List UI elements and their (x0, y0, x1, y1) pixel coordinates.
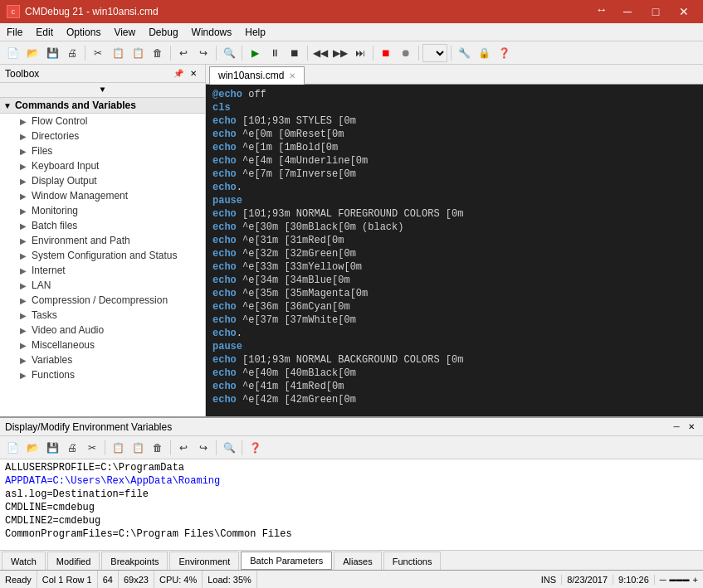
menu-view[interactable]: View (107, 25, 142, 40)
status-tabs: WatchModifiedBreakpointsEnvironmentBatch… (0, 550, 703, 570)
toolbox-pin-btn[interactable]: 📌 (172, 67, 185, 80)
tb-play[interactable]: ▶ (246, 44, 264, 62)
tb-extra1[interactable]: 🔧 (455, 44, 473, 62)
tb-print[interactable]: 🖨 (63, 44, 81, 62)
tb-sep-6 (373, 46, 373, 61)
toolbox-item-11[interactable]: ▶LAN (0, 278, 205, 293)
toolbox-item-3[interactable]: ▶Keyboard Input (0, 158, 205, 173)
toolbox-item-arrow-11: ▶ (20, 281, 27, 290)
status-tab-breakpoints[interactable]: Breakpoints (101, 552, 168, 570)
menu-options[interactable]: Options (60, 25, 107, 40)
menu-help[interactable]: Help (238, 25, 272, 40)
toolbox-item-16[interactable]: ▶Variables (0, 352, 205, 367)
status-bar: Ready Col 1 Row 1 64 69x23 CPU: 4% Load:… (0, 570, 703, 588)
resize-icon-top: ↔ (598, 3, 605, 20)
tb-record[interactable]: ⏺ (397, 44, 415, 62)
tb-stop[interactable]: ⏹ (286, 44, 304, 62)
bottom-pin-btn[interactable]: ─ (670, 420, 683, 434)
menu-bar: File Edit Options View Debug Windows Hel… (0, 23, 703, 41)
toolbox-item-arrow-10: ▶ (20, 266, 27, 275)
tb-sep-2 (170, 46, 171, 61)
status-tab-batch-parameters[interactable]: Batch Parameters (241, 552, 332, 570)
close-button[interactable]: ✕ (671, 3, 696, 20)
bottom-close-btn[interactable]: ✕ (685, 420, 698, 434)
btm-paste2[interactable]: 📋 (129, 439, 147, 457)
menu-file[interactable]: File (0, 25, 29, 40)
toolbox-close-btn[interactable]: ✕ (187, 67, 200, 80)
tb-step-back[interactable]: ◀◀ (311, 44, 330, 62)
tb-pause[interactable]: ⏸ (266, 44, 284, 62)
tb-find[interactable]: 🔍 (220, 44, 238, 62)
status-position: Col 1 Row 1 (37, 571, 98, 588)
btm-sep-1 (105, 440, 105, 455)
tb-delete[interactable]: 🗑 (149, 44, 167, 62)
toolbox-item-1[interactable]: ▶Directories (0, 129, 205, 143)
status-tab-watch[interactable]: Watch (2, 552, 46, 570)
toolbox-item-6[interactable]: ▶Monitoring (0, 203, 205, 218)
btm-redo[interactable]: ↪ (194, 439, 212, 457)
tb-redo[interactable]: ↪ (194, 44, 212, 62)
tb-select[interactable] (422, 44, 447, 62)
tb-open[interactable]: 📂 (23, 44, 41, 62)
btm-new[interactable]: 📄 (3, 439, 22, 457)
menu-windows[interactable]: Windows (185, 25, 239, 40)
toolbox-scroll-btn[interactable]: ▼ (0, 83, 205, 98)
tab-close-icon[interactable]: ✕ (289, 71, 295, 80)
status-tab-aliases[interactable]: Aliases (334, 552, 381, 570)
toolbox-item-5[interactable]: ▶Window Management (0, 188, 205, 203)
toolbox-item-10[interactable]: ▶Internet (0, 263, 205, 278)
tb-paste[interactable]: 📋 (129, 44, 147, 62)
status-zoom[interactable]: ─ ▬▬▬ + (655, 575, 703, 585)
menu-edit[interactable]: Edit (29, 25, 60, 40)
status-right: INS 8/23/2017 9:10:26 ─ ▬▬▬ + (536, 575, 703, 585)
toolbox-item-8[interactable]: ▶Environment and Path (0, 233, 205, 248)
editor-tab-win10ansi[interactable]: win10ansi.cmd ✕ (209, 66, 305, 85)
tb-copy[interactable]: 📋 (109, 44, 127, 62)
toolbox-item-15[interactable]: ▶Miscellaneous (0, 338, 205, 352)
btm-sep-2 (170, 440, 171, 455)
btm-undo[interactable]: ↩ (174, 439, 193, 457)
status-load: Load: 35% (203, 571, 257, 588)
toolbox-item-7[interactable]: ▶Batch files (0, 218, 205, 233)
toolbox-item-13[interactable]: ▶Tasks (0, 308, 205, 323)
btm-print[interactable]: 🖨 (63, 439, 81, 457)
tb-step-over[interactable]: ⏭ (351, 44, 369, 62)
status-tab-functions[interactable]: Functions (383, 552, 442, 570)
status-tab-modified[interactable]: Modified (47, 552, 100, 570)
status-tab-environment[interactable]: Environment (169, 552, 239, 570)
btm-help[interactable]: ❓ (246, 439, 264, 457)
code-line-10: echo ^e[30m [30mBlack[0m (black) (212, 221, 696, 234)
tb-undo[interactable]: ↩ (174, 44, 193, 62)
toolbox-section-header[interactable]: ▼ Commands and Variables (0, 98, 205, 114)
toolbox-item-17[interactable]: ▶Functions (0, 367, 205, 382)
tb-step[interactable]: ▶▶ (331, 44, 349, 62)
tb-cut[interactable]: ✂ (89, 44, 107, 62)
tb-sep-4 (242, 46, 242, 61)
toolbox-item-12[interactable]: ▶Compression / Decompression (0, 293, 205, 308)
toolbox-item-2[interactable]: ▶Files (0, 143, 205, 158)
btm-find[interactable]: 🔍 (220, 439, 238, 457)
status-cpu: CPU: 4% (154, 571, 203, 588)
toolbox-item-9[interactable]: ▶System Configuration and Status (0, 248, 205, 263)
btm-delete[interactable]: 🗑 (149, 439, 167, 457)
btm-copy2[interactable]: 📋 (109, 439, 127, 457)
toolbox-item-14[interactable]: ▶Video and Audio (0, 323, 205, 338)
zoom-minus-icon[interactable]: ─ (660, 575, 666, 585)
toolbox-item-arrow-3: ▶ (20, 162, 27, 171)
minimize-button[interactable]: ─ (615, 3, 640, 20)
menu-debug[interactable]: Debug (142, 25, 184, 40)
tb-extra3[interactable]: ❓ (495, 44, 513, 62)
maximize-button[interactable]: □ (643, 3, 668, 20)
zoom-slider[interactable]: ▬▬▬ (670, 576, 690, 583)
btm-save[interactable]: 💾 (43, 439, 61, 457)
tb-record-stop[interactable]: ⏹ (377, 44, 395, 62)
tb-extra2[interactable]: 🔒 (475, 44, 493, 62)
code-editor[interactable]: @echo offclsecho [101;93m STYLES [0mecho… (206, 85, 703, 416)
zoom-plus-icon[interactable]: + (693, 575, 698, 585)
btm-cut[interactable]: ✂ (83, 439, 101, 457)
btm-open[interactable]: 📂 (23, 439, 41, 457)
tb-new[interactable]: 📄 (3, 44, 22, 62)
tb-save[interactable]: 💾 (43, 44, 61, 62)
toolbox-item-4[interactable]: ▶Display Output (0, 173, 205, 188)
toolbox-item-0[interactable]: ▶Flow Control (0, 114, 205, 129)
